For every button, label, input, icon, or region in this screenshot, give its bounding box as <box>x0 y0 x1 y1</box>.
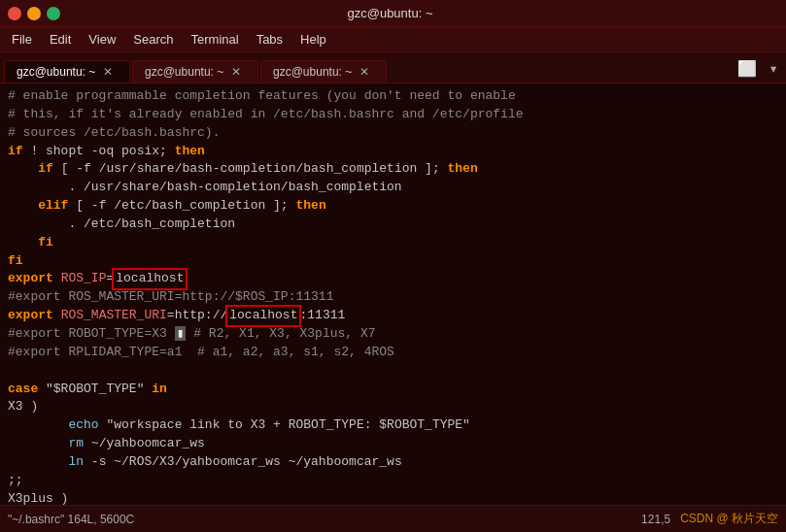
window-title: gzc@ubuntu: ~ <box>60 6 720 20</box>
line-2: # this, if it's already enabled in /etc/… <box>8 106 778 124</box>
line-10: fi <box>8 252 778 271</box>
watermark: CSDN @ 秋片天空 <box>680 511 778 527</box>
tab-3-label: gzc@ubuntu: ~ <box>273 65 352 79</box>
tab-1-close[interactable]: ✕ <box>103 65 113 79</box>
tab-3-close[interactable]: ✕ <box>359 65 369 79</box>
line-5: if [ -f /usr/share/bash-completion/bash_… <box>8 160 778 179</box>
line-21: ln -s ~/ROS/X3/yahboomcar_ws ~/yahboomca… <box>8 453 778 472</box>
maximize-button[interactable] <box>47 7 60 20</box>
line-3: # sources /etc/bash.bashrc). <box>8 124 778 143</box>
line-11: export ROS_IP=localhost <box>8 270 778 288</box>
line-1: # enable programmable completion feature… <box>8 87 778 106</box>
menu-edit[interactable]: Edit <box>42 30 79 49</box>
tab-menu-icon[interactable]: ▾ <box>765 57 782 81</box>
status-file: "~/.bashrc" 164L, 5600C <box>8 513 134 526</box>
window-controls[interactable] <box>8 7 60 20</box>
menubar: File Edit View Search Terminal Tabs Help <box>0 27 786 52</box>
line-13: export ROS_MASTER_URI=http://localhost:1… <box>8 307 778 325</box>
new-tab-icon[interactable]: ⬜ <box>734 57 761 81</box>
menu-view[interactable]: View <box>81 30 123 49</box>
line-4: if ! shopt -oq posix; then <box>8 143 778 161</box>
line-20: rm ~/yahboomcar_ws <box>8 435 778 453</box>
line-9: fi <box>8 234 778 252</box>
tab-2[interactable]: gzc@ubuntu: ~ ✕ <box>132 60 258 83</box>
line-17: case "$ROBOT_TYPE" in <box>8 381 778 399</box>
line-7: elif [ -f /etc/bash_completion ]; then <box>8 197 778 216</box>
line-16 <box>8 362 778 381</box>
close-button[interactable] <box>8 7 21 20</box>
tab-2-label: gzc@ubuntu: ~ <box>145 65 223 79</box>
tab-1[interactable]: gzc@ubuntu: ~ ✕ <box>4 60 130 83</box>
status-position: 121,5 <box>641 513 670 526</box>
line-14: #export ROBOT_TYPE=X3 ▮ # R2, X1, X3, X3… <box>8 325 778 344</box>
menu-tabs[interactable]: Tabs <box>249 30 290 49</box>
line-19: echo "workspace link to X3 + ROBOT_TYPE:… <box>8 416 778 435</box>
menu-terminal[interactable]: Terminal <box>184 30 247 49</box>
line-15: #export RPLIDAR_TYPE=a1 # a1, a2, a3, s1… <box>8 344 778 362</box>
line-18: X3 ) <box>8 398 778 416</box>
titlebar: gzc@ubuntu: ~ <box>0 0 786 27</box>
line-23: X3plus ) <box>8 490 778 505</box>
line-22: ;; <box>8 472 778 490</box>
menu-file[interactable]: File <box>4 30 40 49</box>
tabbar-actions: ⬜ ▾ <box>734 57 782 83</box>
minimize-button[interactable] <box>27 7 41 20</box>
tab-3[interactable]: gzc@ubuntu: ~ ✕ <box>260 60 387 83</box>
tabbar: gzc@ubuntu: ~ ✕ gzc@ubuntu: ~ ✕ gzc@ubun… <box>0 52 786 83</box>
menu-search[interactable]: Search <box>125 30 181 49</box>
statusbar: "~/.bashrc" 164L, 5600C 121,5 CSDN @ 秋片天… <box>0 505 786 532</box>
line-12: #export ROS_MASTER_URI=http://$ROS_IP:11… <box>8 288 778 307</box>
terminal-content: # enable programmable completion feature… <box>0 83 786 505</box>
line-6: . /usr/share/bash-completion/bash_comple… <box>8 179 778 197</box>
menu-help[interactable]: Help <box>292 30 334 49</box>
tab-1-label: gzc@ubuntu: ~ <box>17 65 95 79</box>
tab-2-close[interactable]: ✕ <box>231 65 241 79</box>
line-8: . /etc/bash_completion <box>8 216 778 234</box>
